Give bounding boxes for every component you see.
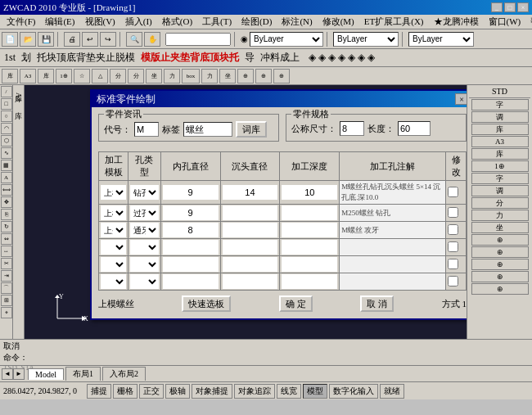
scn-11[interactable]: 力: [201, 69, 218, 83]
scn-12[interactable]: 坐: [219, 69, 236, 83]
holetype-select-3[interactable]: 通牙孔: [130, 223, 158, 237]
status-grid[interactable]: 栅格: [113, 384, 138, 399]
lp-lib[interactable]: 库: [13, 104, 24, 107]
counterdia-input-2[interactable]: [223, 205, 278, 220]
lt-rotate[interactable]: ↻: [1, 221, 12, 232]
zoom-btn[interactable]: 🔍: [126, 32, 142, 47]
scn-5[interactable]: ☆: [74, 69, 90, 83]
right-btn-11[interactable]: 坐: [471, 222, 529, 233]
scn-2[interactable]: A3: [20, 69, 36, 83]
menu-edit[interactable]: 编辑(E): [40, 15, 79, 29]
cell-depth-6[interactable]: [280, 273, 340, 291]
cell-template-6[interactable]: [99, 273, 128, 291]
lt-snap[interactable]: ⌖: [1, 307, 12, 318]
counterdia-input-1[interactable]: [223, 185, 278, 200]
depth-input-6[interactable]: [282, 274, 337, 289]
counterdia-input-3[interactable]: [223, 223, 278, 237]
cell-holetype-6[interactable]: [128, 273, 160, 291]
cell-holetype-5[interactable]: [128, 256, 160, 273]
cell-modify-6[interactable]: [446, 273, 467, 291]
scn-14[interactable]: ⊕: [255, 69, 272, 83]
dialog-close-btn[interactable]: ×: [455, 93, 467, 105]
code-input[interactable]: [134, 122, 159, 137]
right-btn-2[interactable]: 调: [471, 111, 529, 123]
minimize-btn[interactable]: _: [491, 2, 503, 12]
holetype-select-2[interactable]: 过孔: [130, 205, 158, 220]
modify-check-2[interactable]: [448, 207, 458, 218]
lt-dim[interactable]: ⟺: [1, 184, 12, 196]
cell-innerdia-4[interactable]: [160, 239, 220, 256]
cell-modify-5[interactable]: [446, 256, 467, 273]
cell-innerdia-6[interactable]: [160, 273, 220, 291]
cell-holetype-3[interactable]: 通牙孔: [128, 222, 160, 239]
cn-hua[interactable]: 划: [19, 51, 34, 65]
tab-next-btn[interactable]: ►: [13, 368, 25, 380]
pan-btn[interactable]: ✋: [144, 32, 160, 47]
tab-layout1[interactable]: 布局1: [65, 367, 101, 381]
length-input[interactable]: [398, 121, 431, 136]
menu-window[interactable]: 窗口(W): [484, 15, 526, 29]
right-btn-9[interactable]: 分: [471, 197, 529, 209]
undo-btn[interactable]: ↩: [82, 32, 98, 47]
layer-dropdown[interactable]: ByLayer: [250, 32, 323, 47]
cell-counterdia-4[interactable]: [220, 239, 280, 256]
size-input[interactable]: [340, 121, 364, 136]
lt-spline[interactable]: ∿: [1, 147, 12, 159]
cell-depth-1[interactable]: [280, 181, 340, 205]
modify-check-3[interactable]: [448, 224, 458, 235]
scn-13[interactable]: ⊕: [237, 69, 254, 83]
cn-tuo[interactable]: 托块顶底背垫夹止脱模: [34, 51, 138, 65]
template-select-3[interactable]: 上夹 板: [101, 223, 126, 237]
lt-hatch[interactable]: ▦: [1, 160, 12, 171]
lt-mirror[interactable]: ⇔: [1, 233, 12, 245]
scn-4[interactable]: 1⊕: [56, 69, 72, 83]
innerdia-input-3[interactable]: [163, 223, 219, 237]
holetype-select-4[interactable]: [130, 240, 158, 255]
scn-3[interactable]: 库: [38, 69, 54, 83]
lt-poly[interactable]: ⬡: [1, 135, 12, 147]
status-otrack[interactable]: 对象追踪: [234, 384, 275, 399]
cell-modify-2[interactable]: [446, 205, 467, 222]
menu-help[interactable]: 帮助(H): [525, 15, 532, 29]
cell-holetype-2[interactable]: 过孔: [128, 205, 160, 222]
cell-template-2[interactable]: 上模 板: [99, 205, 128, 222]
cell-template-4[interactable]: [99, 239, 128, 256]
cell-counterdia-2[interactable]: [220, 205, 280, 222]
depth-input-4[interactable]: [282, 240, 337, 255]
scn-6[interactable]: △: [92, 69, 108, 83]
lt-move[interactable]: ✥: [1, 196, 12, 208]
status-capture[interactable]: 捕提: [87, 384, 111, 399]
lt-fillet[interactable]: ⌒: [1, 282, 12, 294]
scn-15[interactable]: ⊕: [273, 69, 290, 83]
scn-10[interactable]: 力: [164, 69, 180, 83]
right-btn-14[interactable]: ⊕: [471, 259, 529, 270]
status-lw[interactable]: 线宽: [277, 384, 301, 399]
cell-holetype-1[interactable]: 钻孔沉头: [128, 181, 160, 205]
cell-innerdia-3[interactable]: [160, 222, 220, 239]
cell-innerdia-5[interactable]: [160, 256, 220, 273]
lt-copy[interactable]: ⎘: [1, 209, 12, 220]
status-ortho[interactable]: 正交: [139, 384, 164, 399]
cancel-btn[interactable]: 取 消: [360, 295, 394, 312]
modify-check-5[interactable]: [448, 259, 458, 269]
lt-scale[interactable]: ↔: [1, 246, 12, 257]
scn-7[interactable]: 分: [110, 69, 126, 83]
template-select-1[interactable]: 上模 板: [101, 185, 126, 200]
lp-std[interactable]: 库: [13, 87, 24, 90]
holetype-select-6[interactable]: [130, 274, 158, 289]
right-btn-16[interactable]: ⊕: [471, 283, 529, 295]
menu-tools[interactable]: 工具(T): [197, 15, 237, 29]
menu-file[interactable]: 文件(F): [2, 15, 40, 29]
scn-1[interactable]: 库: [2, 69, 18, 83]
right-btn-12[interactable]: ⊕: [471, 234, 529, 246]
right-btn-15[interactable]: ⊕: [471, 271, 529, 282]
right-btn-8[interactable]: 调: [471, 185, 529, 196]
cell-template-1[interactable]: 上模 板: [99, 181, 128, 205]
menu-dragon[interactable]: ★龙腾冲模: [429, 15, 484, 29]
cn-dao[interactable]: 导: [242, 51, 257, 65]
holetype-select-5[interactable]: [130, 257, 158, 272]
menu-draw[interactable]: 绘图(D): [237, 15, 277, 29]
cn-mo[interactable]: 模版止夹垫背底顶块托: [138, 51, 241, 65]
modify-check-1[interactable]: [448, 187, 458, 197]
counterdia-input-6[interactable]: [223, 274, 278, 289]
